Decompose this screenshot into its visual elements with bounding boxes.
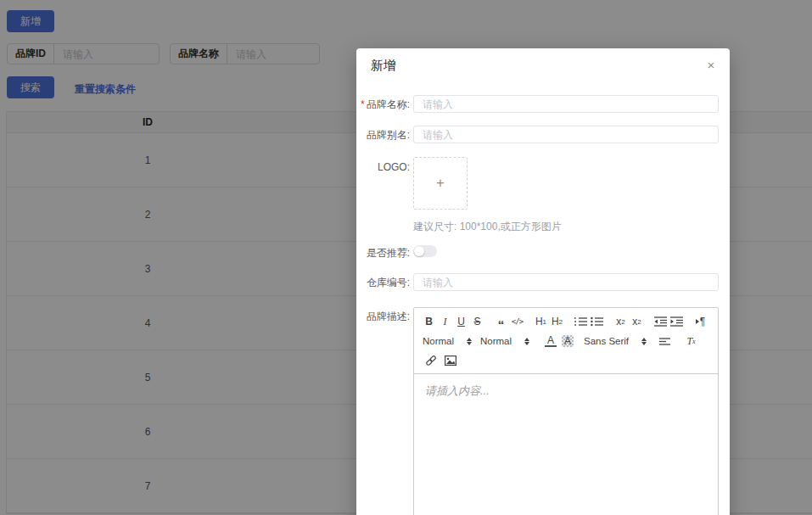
- header-value: Normal: [480, 336, 512, 346]
- font-value: Sans Serif: [584, 336, 629, 346]
- sub-digit: 2: [621, 318, 624, 326]
- add-brand-modal: 新增 × *品牌名称: 品牌别名: LOGO: + 建议尺寸: 100*100,…: [356, 48, 730, 515]
- link-icon[interactable]: [423, 353, 439, 368]
- code-block-button[interactable]: </>: [509, 314, 525, 329]
- brand-alias-field[interactable]: [413, 126, 719, 143]
- toolbar-row-3: [421, 352, 711, 369]
- underline-button[interactable]: U: [453, 314, 469, 329]
- background-color-button[interactable]: A: [562, 335, 574, 347]
- editor-content-area[interactable]: 请插入内容...: [414, 374, 718, 515]
- h2-digit: 2: [559, 318, 563, 326]
- header-1-button[interactable]: H1: [533, 314, 549, 329]
- h1-digit: 1: [543, 318, 546, 326]
- indent-icon[interactable]: [669, 314, 685, 329]
- logo-upload-box[interactable]: +: [413, 157, 468, 210]
- italic-button[interactable]: I: [437, 314, 453, 329]
- editor-toolbar: B I U S “ </> H1 H2: [414, 308, 718, 374]
- text-color-button[interactable]: A: [545, 335, 557, 347]
- pilcrow-glyph: ¶: [700, 316, 705, 327]
- subscript-button[interactable]: x2: [613, 314, 629, 329]
- chevron-updown-icon: [524, 338, 529, 345]
- toggle-knob: [414, 246, 424, 256]
- recommended-toggle[interactable]: [413, 245, 437, 257]
- clear-format-button[interactable]: Tx: [683, 333, 699, 349]
- toolbar-row-1: B I U S “ </> H1 H2: [421, 313, 711, 330]
- brand-name-field-label: *品牌名称:: [356, 98, 410, 112]
- header-dropdown[interactable]: Normal: [480, 333, 529, 349]
- plus-icon: +: [436, 176, 444, 191]
- ordered-list-icon[interactable]: [573, 314, 589, 329]
- warehouse-field[interactable]: [413, 273, 719, 291]
- recommended-field-label: 是否推荐:: [356, 246, 410, 260]
- direction-arrow: [696, 319, 699, 324]
- size-value: Normal: [423, 336, 454, 346]
- image-icon[interactable]: [442, 353, 458, 368]
- warehouse-field-label: 仓库编号:: [356, 276, 410, 290]
- size-dropdown[interactable]: Normal: [423, 333, 472, 349]
- bullet-list-icon[interactable]: [589, 314, 605, 329]
- brand-alias-field-label: 品牌别名:: [356, 128, 410, 143]
- close-icon[interactable]: ×: [703, 57, 720, 74]
- required-mark: *: [361, 98, 365, 110]
- brand-name-field[interactable]: [413, 95, 719, 113]
- outdent-icon[interactable]: [652, 314, 669, 329]
- logo-size-hint: 建议尺寸: 100*100,或正方形图片: [413, 220, 562, 234]
- rich-text-editor: B I U S “ </> H1 H2: [413, 307, 719, 515]
- modal-title: 新增: [371, 58, 396, 74]
- h-glyph: H: [535, 316, 543, 327]
- h-glyph: H: [552, 316, 559, 327]
- label-text: 品牌名称:: [367, 98, 410, 110]
- header-2-button[interactable]: H2: [549, 314, 565, 329]
- screen: 新增 品牌ID 品牌名称 搜索 重置搜索条件 ID 1 2 3: [0, 0, 812, 515]
- font-dropdown[interactable]: Sans Serif: [584, 333, 647, 349]
- chevron-updown-icon: [641, 338, 647, 345]
- superscript-button[interactable]: x2: [629, 314, 645, 329]
- text-direction-button[interactable]: ¶: [692, 314, 708, 329]
- align-icon[interactable]: [657, 333, 673, 349]
- x-glyph: x: [692, 338, 696, 345]
- bold-button[interactable]: B: [421, 314, 437, 329]
- toolbar-row-2: Normal Normal A A Sans Serif: [421, 333, 711, 350]
- chevron-updown-icon: [467, 338, 472, 345]
- description-field-label: 品牌描述:: [356, 310, 410, 324]
- editor-placeholder: 请插入内容...: [425, 383, 490, 399]
- logo-field-label: LOGO:: [356, 161, 410, 173]
- strikethrough-button[interactable]: S: [469, 314, 485, 329]
- blockquote-button[interactable]: “: [493, 314, 509, 329]
- sup-digit: 2: [637, 318, 641, 326]
